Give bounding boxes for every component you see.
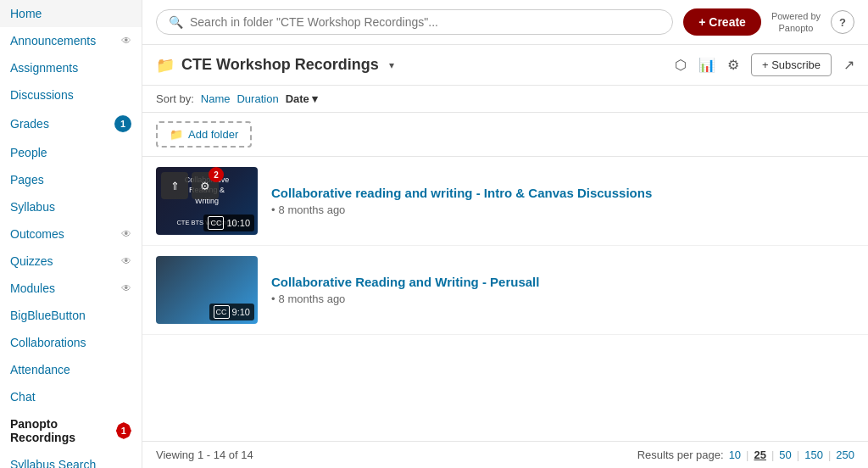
thumbnail: CC9:10 <box>156 256 258 324</box>
sidebar-item-discussions[interactable]: Discussions <box>0 81 142 109</box>
rpp-option-10[interactable]: 10 <box>729 448 741 461</box>
sidebar-item-announcements[interactable]: Announcements👁 <box>0 27 142 54</box>
content-list: CollaborativeReading &WritingCTE BTS Wor… <box>142 157 868 441</box>
add-folder-label: Add folder <box>188 128 238 141</box>
content-title: Collaborative Reading and Writing - Peru… <box>271 275 854 289</box>
share-thumb-button[interactable]: ⇑ <box>161 172 188 199</box>
sort-bar: Sort by: Name Duration Date ▾ <box>142 86 868 113</box>
sidebar-item-label: Modules <box>10 281 55 295</box>
sidebar-item-label: Attendance <box>10 363 70 376</box>
add-folder-button[interactable]: 📁 Add folder <box>156 121 252 148</box>
sort-by-label: Sort by: <box>156 92 194 105</box>
sidebar-item-attendance[interactable]: Attendance <box>0 356 142 383</box>
eye-icon[interactable]: 👁 <box>121 228 131 240</box>
sidebar-badge: 1 <box>114 115 131 132</box>
add-folder-area: 📁 Add folder <box>142 113 868 157</box>
sidebar-item-label: Grades <box>10 117 49 131</box>
rpp-divider: | <box>771 448 774 461</box>
sidebar-item-label: People <box>10 146 47 159</box>
rpp-divider: | <box>828 448 831 461</box>
subscribe-button[interactable]: + Subscribe <box>751 53 832 76</box>
sidebar-item-label: BigBlueButton <box>10 309 86 322</box>
powered-by-label: Powered by Panopto <box>771 10 821 35</box>
create-button[interactable]: + Create <box>683 8 761 36</box>
rpp-option-250[interactable]: 250 <box>836 448 854 461</box>
stats-icon[interactable]: 📊 <box>698 57 715 73</box>
main-content: 🔍 + Create Powered by Panopto ? 📁 CTE Wo… <box>142 0 868 468</box>
eye-icon[interactable]: 👁 <box>121 282 131 294</box>
search-input[interactable] <box>190 15 660 29</box>
rpp-option-25[interactable]: 25 <box>754 448 765 461</box>
search-box[interactable]: 🔍 <box>156 9 673 35</box>
rpp-option-50[interactable]: 50 <box>779 448 791 461</box>
sidebar-item-label: Quizzes <box>10 254 53 268</box>
external-link-icon[interactable]: ↗ <box>843 57 854 73</box>
results-per-page-label: Results per page: <box>637 448 724 461</box>
search-icon: 🔍 <box>169 15 183 29</box>
content-meta: •8 months ago <box>271 203 854 216</box>
sidebar-item-assignments[interactable]: Assignments <box>0 54 142 81</box>
settings-thumb-button[interactable]: ⚙2 <box>192 172 219 199</box>
sidebar-item-collaborations[interactable]: Collaborations <box>0 329 142 356</box>
duration-badge: CC10:10 <box>203 214 254 231</box>
results-per-page: Results per page: 10|25|50|150|250 <box>637 448 854 461</box>
sidebar-item-label: Outcomes <box>10 227 64 241</box>
duration-badge: CC9:10 <box>209 304 254 320</box>
list-item[interactable]: CollaborativeReading &WritingCTE BTS Wor… <box>142 157 868 246</box>
list-item[interactable]: CC9:10Collaborative Reading and Writing … <box>142 246 868 335</box>
share-icon[interactable]: ⬡ <box>675 57 687 73</box>
sidebar-item-pages[interactable]: Pages <box>0 166 142 193</box>
sidebar-item-label: Pages <box>10 173 44 187</box>
sidebar-item-outcomes[interactable]: Outcomes👁 <box>0 220 142 248</box>
thumbnail: CollaborativeReading &WritingCTE BTS Wor… <box>156 167 258 235</box>
sidebar-item-label: Assignments <box>10 61 78 75</box>
sidebar-item-panopto-recordings[interactable]: Panopto Recordings1 <box>0 410 142 451</box>
footer: Viewing 1 - 14 of 14 Results per page: 1… <box>142 441 868 468</box>
folder-dropdown-icon[interactable]: ▾ <box>389 59 394 71</box>
sort-name[interactable]: Name <box>201 92 231 105</box>
sidebar-item-label: Syllabus Search <box>10 458 96 468</box>
rpp-divider: | <box>746 448 748 461</box>
sidebar-item-grades[interactable]: Grades1 <box>0 109 142 139</box>
sidebar-item-modules[interactable]: Modules👁 <box>0 275 142 302</box>
panopto-badge: 1 <box>116 422 131 439</box>
eye-icon[interactable]: 👁 <box>121 255 131 267</box>
sidebar-item-people[interactable]: People <box>0 139 142 166</box>
sidebar-item-bigbluebutton[interactable]: BigBlueButton <box>0 302 142 329</box>
topbar: 🔍 + Create Powered by Panopto ? <box>142 0 868 45</box>
sort-date[interactable]: Date ▾ <box>286 92 319 105</box>
sidebar: HomeAnnouncements👁AssignmentsDiscussions… <box>0 0 142 468</box>
folder-plus-icon: 📁 <box>170 128 183 141</box>
folder-title-area[interactable]: 📁 CTE Workshop Recordings ▾ <box>156 56 394 75</box>
sidebar-item-label: Announcements <box>10 34 96 47</box>
content-meta: •8 months ago <box>271 292 854 305</box>
folder-icon: 📁 <box>156 56 175 75</box>
rpp-divider: | <box>797 448 799 461</box>
sidebar-item-quizzes[interactable]: Quizzes👁 <box>0 248 142 275</box>
help-button[interactable]: ? <box>831 10 854 34</box>
sort-duration[interactable]: Duration <box>236 92 278 105</box>
settings-icon[interactable]: ⚙ <box>727 57 739 73</box>
content-title: Collaborative reading and writing - Intr… <box>271 186 854 200</box>
folder-name: CTE Workshop Recordings <box>181 56 379 74</box>
sidebar-item-label: Syllabus <box>10 200 55 214</box>
sidebar-item-label: Panopto Recordings <box>10 417 116 444</box>
sidebar-item-home[interactable]: Home <box>0 0 142 27</box>
rpp-option-150[interactable]: 150 <box>804 448 823 461</box>
sidebar-item-label: Discussions <box>10 88 74 102</box>
viewing-label: Viewing 1 - 14 of 14 <box>156 448 253 461</box>
sidebar-item-chat[interactable]: Chat <box>0 383 142 410</box>
content-info: Collaborative Reading and Writing - Peru… <box>271 275 854 305</box>
sidebar-item-label: Collaborations <box>10 336 86 349</box>
sidebar-item-label: Home <box>10 7 42 20</box>
notification-badge: 2 <box>209 167 224 182</box>
sidebar-item-syllabus[interactable]: Syllabus <box>0 193 142 220</box>
folder-actions: ⬡ 📊 ⚙ + Subscribe ↗ <box>675 53 854 76</box>
content-info: Collaborative reading and writing - Intr… <box>271 186 854 216</box>
sidebar-item-label: Chat <box>10 390 36 404</box>
eye-icon[interactable]: 👁 <box>121 35 131 47</box>
folder-header: 📁 CTE Workshop Recordings ▾ ⬡ 📊 ⚙ + Subs… <box>142 45 868 86</box>
sidebar-item-syllabus-search[interactable]: Syllabus Search <box>0 451 142 468</box>
